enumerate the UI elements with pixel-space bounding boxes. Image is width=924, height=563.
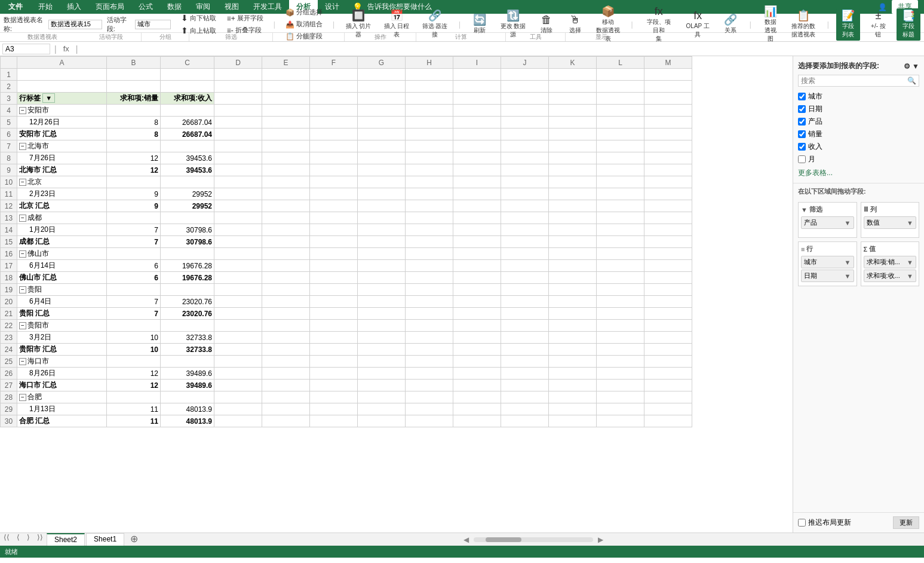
sales-cell[interactable]: 10 [107, 332, 161, 344]
rows-date-arrow[interactable]: ▼ [845, 273, 851, 280]
more-tables-link[interactable]: 更多表格... [798, 168, 919, 178]
revenue-cell[interactable]: 19676.28 [161, 260, 214, 272]
city-cell[interactable]: −北京 [17, 176, 107, 188]
city-cell[interactable]: −合肥 [17, 391, 107, 403]
col-header-e[interactable]: E [262, 57, 310, 69]
pivot-name-input[interactable] [48, 20, 102, 29]
date-cell[interactable]: 6月14日 [17, 260, 107, 272]
col-header-j[interactable]: J [501, 57, 549, 69]
field-item-city[interactable]: 城市 [798, 90, 919, 103]
city-cell[interactable]: −贵阳 [17, 284, 107, 296]
date-cell[interactable]: 2月23日 [17, 188, 107, 200]
subtotal-sales[interactable]: 12 [107, 380, 161, 391]
columns-zone-item-values[interactable]: 数值 ▼ [864, 216, 917, 229]
col-header-m[interactable]: M [644, 57, 692, 69]
subtotal-sales[interactable]: 12 [107, 164, 161, 176]
col-header-a[interactable]: A [17, 57, 107, 69]
field-checkbox-sales[interactable] [798, 130, 806, 138]
date-cell[interactable]: 1月20日 [17, 224, 107, 236]
field-item-revenue[interactable]: 收入 [798, 140, 919, 153]
revenue-cell[interactable]: 23020.76 [161, 296, 214, 308]
collapse-icon[interactable]: − [19, 107, 26, 114]
scroll-left-btn[interactable]: ◀ [463, 536, 469, 544]
subtotal-cell[interactable]: 贵阳 汇总 [17, 308, 107, 320]
subtotal-cell[interactable]: 成都 汇总 [17, 236, 107, 248]
col-header-b[interactable]: B [107, 57, 161, 69]
columns-item-arrow[interactable]: ▼ [907, 219, 913, 227]
subtotal-cell[interactable]: 贵阳市 汇总 [17, 344, 107, 356]
nav-first[interactable]: ⟨⟨ [0, 533, 13, 546]
ungroup-btn[interactable]: 📤 取消组合 [283, 19, 326, 30]
revenue-cell[interactable]: 39453.6 [161, 152, 214, 164]
revenue-cell[interactable]: 29952 [161, 188, 214, 200]
sheet-tab-sheet1[interactable]: Sheet1 [86, 533, 124, 546]
spreadsheet[interactable]: A B C D E F G H I J K L M 1 [0, 56, 793, 533]
subtotal-revenue[interactable]: 39489.6 [161, 380, 214, 391]
col-header-l[interactable]: L [597, 57, 644, 69]
subtotal-sales[interactable]: 10 [107, 344, 161, 356]
field-headers-btn[interactable]: 📑 字段标题 [897, 8, 920, 41]
field-item-date[interactable]: 日期 [798, 103, 919, 115]
field-item-product[interactable]: 产品 [798, 115, 919, 128]
subtotal-sales[interactable]: 11 [107, 415, 161, 427]
col-header-k[interactable]: K [549, 57, 597, 69]
collapse-icon[interactable]: − [19, 358, 26, 365]
subtotal-sales[interactable]: 7 [107, 308, 161, 320]
subtotal-cell[interactable]: 北海市 汇总 [17, 164, 107, 176]
sales-cell[interactable]: 7 [107, 224, 161, 236]
field-checkbox-city[interactable] [798, 93, 806, 100]
values-revenue-arrow[interactable]: ▼ [907, 273, 913, 280]
field-checkbox-date[interactable] [798, 105, 806, 113]
subtotal-cell[interactable]: 安阳市 汇总 [17, 128, 107, 140]
col-header-f[interactable]: F [310, 57, 358, 69]
settings-icon[interactable]: ⚙ ▼ [904, 62, 919, 71]
date-cell[interactable]: 1月13日 [17, 403, 107, 415]
search-icon[interactable]: 🔍 [905, 75, 919, 86]
tab-formulas[interactable]: 公式 [131, 0, 160, 14]
active-field-input[interactable] [135, 20, 171, 29]
rows-zone-item-city[interactable]: 城市 ▼ [801, 256, 854, 268]
pivot-row-label-header[interactable]: 行标签 ▼ [17, 93, 107, 105]
sales-cell[interactable]: 12 [107, 368, 161, 380]
city-cell[interactable]: −北海市 [17, 140, 107, 152]
pivot-chart-btn[interactable]: 📊 数据透视图 [759, 4, 782, 45]
relationships-btn[interactable]: 🔗 关系 [719, 13, 742, 36]
date-cell[interactable]: 7月26日 [17, 152, 107, 164]
subtotal-sales[interactable]: 7 [107, 236, 161, 248]
subtotal-revenue[interactable]: 29952 [161, 200, 214, 212]
date-cell[interactable]: 12月26日 [17, 117, 107, 128]
formula-input[interactable] [82, 45, 922, 53]
recommended-btn[interactable]: 📋 推荐的数据透视表 [787, 8, 820, 41]
date-cell[interactable]: 6月4日 [17, 296, 107, 308]
subtotal-revenue[interactable]: 32733.8 [161, 344, 214, 356]
collapse-icon[interactable]: − [19, 322, 26, 329]
subtotal-cell[interactable]: 海口市 汇总 [17, 380, 107, 391]
name-box[interactable] [2, 44, 50, 54]
tab-view[interactable]: 视图 [217, 0, 246, 14]
drill-down-btn[interactable]: ⬇ 向下钻取 [178, 12, 219, 24]
rows-city-arrow[interactable]: ▼ [845, 259, 851, 266]
subtotal-revenue[interactable]: 48013.9 [161, 415, 214, 427]
update-button[interactable]: 更新 [893, 516, 919, 529]
collapse-icon[interactable]: − [19, 394, 26, 401]
subtotal-cell[interactable]: 佛山市 汇总 [17, 272, 107, 284]
city-cell[interactable]: −成都 [17, 212, 107, 224]
subtotal-revenue[interactable]: 30798.6 [161, 236, 214, 248]
subtotal-cell[interactable]: 合肥 汇总 [17, 415, 107, 427]
pivot-sum-revenue-header[interactable]: 求和项:收入 [161, 93, 214, 105]
city-cell[interactable]: −佛山市 [17, 248, 107, 260]
expand-field-btn[interactable]: ≡+ 展开字段 [224, 13, 266, 24]
city-cell[interactable]: −海口市 [17, 356, 107, 368]
city-cell[interactable]: −安阳市 [17, 105, 107, 117]
sales-cell[interactable]: 6 [107, 260, 161, 272]
collapse-icon[interactable]: − [19, 215, 26, 222]
filter-zone-item-product[interactable]: 产品 ▼ [801, 216, 854, 229]
sales-cell[interactable]: 8 [107, 117, 161, 128]
date-cell[interactable]: 8月26日 [17, 368, 107, 380]
subtotal-revenue[interactable]: 19676.28 [161, 272, 214, 284]
subtotal-sales[interactable]: 6 [107, 272, 161, 284]
sales-cell[interactable]: 9 [107, 188, 161, 200]
revenue-cell[interactable]: 32733.8 [161, 332, 214, 344]
values-zone-item-revenue[interactable]: 求和项:收... ▼ [864, 270, 917, 282]
sales-cell[interactable]: 7 [107, 296, 161, 308]
